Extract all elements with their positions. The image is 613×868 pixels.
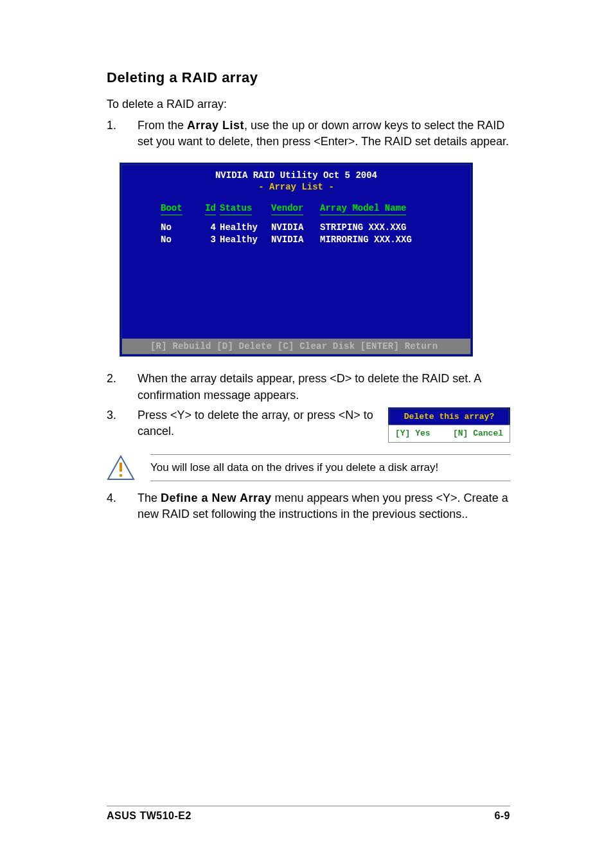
step-2: 2. When the array details appear, press … (107, 371, 510, 403)
warning-note: You will lose all data on the drives if … (107, 454, 510, 481)
cell-model: STRIPING XXX.XXG (320, 222, 470, 234)
step-text-pre: The (138, 492, 161, 504)
bold-term: Array List (187, 119, 244, 132)
delete-dialog: Delete this array? [Y] Yes [N] Cancel (388, 407, 510, 443)
warning-icon (107, 455, 135, 481)
dialog-no: [N] Cancel (453, 428, 503, 439)
step-body: Delete this array? [Y] Yes [N] Cancel Pr… (138, 407, 510, 443)
step-4: 4. The Define a New Array menu appears w… (107, 490, 510, 522)
step-number: 4. (107, 490, 122, 522)
col-boot: Boot (161, 202, 182, 215)
step-text: Press <Y> to delete the array, or press … (138, 409, 373, 438)
bios-screen: NVIDIA RAID Utility Oct 5 2004 - Array L… (120, 163, 473, 357)
table-row: No 4 Healthy NVIDIA STRIPING XXX.XXG (122, 222, 470, 234)
step-1: 1. From the Array List, use the up or do… (107, 118, 510, 150)
cell-boot: No (161, 222, 199, 234)
step-body: From the Array List, use the up or down … (138, 118, 510, 150)
col-model: Array Model Name (320, 202, 406, 215)
step-number: 1. (107, 118, 122, 150)
intro-text: To delete a RAID array: (107, 98, 510, 111)
col-vendor: Vendor (271, 202, 303, 215)
dialog-yes: [Y] Yes (395, 428, 431, 439)
footer-left: ASUS TW510-E2 (107, 810, 191, 822)
step-text-pre: From the (138, 119, 187, 132)
step-3: 3. Delete this array? [Y] Yes [N] Cancel… (107, 407, 510, 443)
step-body: The Define a New Array menu appears when… (138, 490, 510, 522)
step-number: 2. (107, 371, 122, 403)
cell-boot: No (161, 234, 199, 246)
cell-vendor: NVIDIA (271, 222, 320, 234)
cell-status: Healthy (220, 222, 271, 234)
bios-hint-bar: [R] Rebuild [D] Delete [C] Clear Disk [E… (122, 339, 470, 354)
step-body: When the array details appear, press <D>… (138, 371, 510, 403)
col-id: Id (205, 202, 216, 215)
cell-vendor: NVIDIA (271, 234, 320, 246)
cell-model: MIRRORING XXX.XXG (320, 234, 470, 246)
step-number: 3. (107, 407, 122, 443)
svg-rect-1 (120, 463, 122, 472)
col-status: Status (220, 202, 252, 215)
cell-id: 4 (199, 222, 220, 234)
warning-text: You will lose all data on the drives if … (150, 454, 510, 481)
cell-status: Healthy (220, 234, 271, 246)
svg-point-2 (120, 474, 122, 477)
bold-term: Define a New Array (161, 492, 271, 504)
section-heading: Deleting a RAID array (107, 69, 510, 86)
bios-subtitle: - Array List - (122, 182, 470, 199)
table-header-row: Boot Id Status Vendor Array Model Name (122, 202, 470, 215)
bios-title: NVIDIA RAID Utility Oct 5 2004 (122, 165, 470, 182)
dialog-head: Delete this array? (388, 407, 510, 425)
footer-right: 6-9 (494, 810, 510, 822)
page-footer: ASUS TW510-E2 6-9 (107, 806, 510, 822)
bios-table: Boot Id Status Vendor Array Model Name N… (122, 199, 470, 339)
cell-id: 3 (199, 234, 220, 246)
table-row: No 3 Healthy NVIDIA MIRRORING XXX.XXG (122, 234, 470, 246)
